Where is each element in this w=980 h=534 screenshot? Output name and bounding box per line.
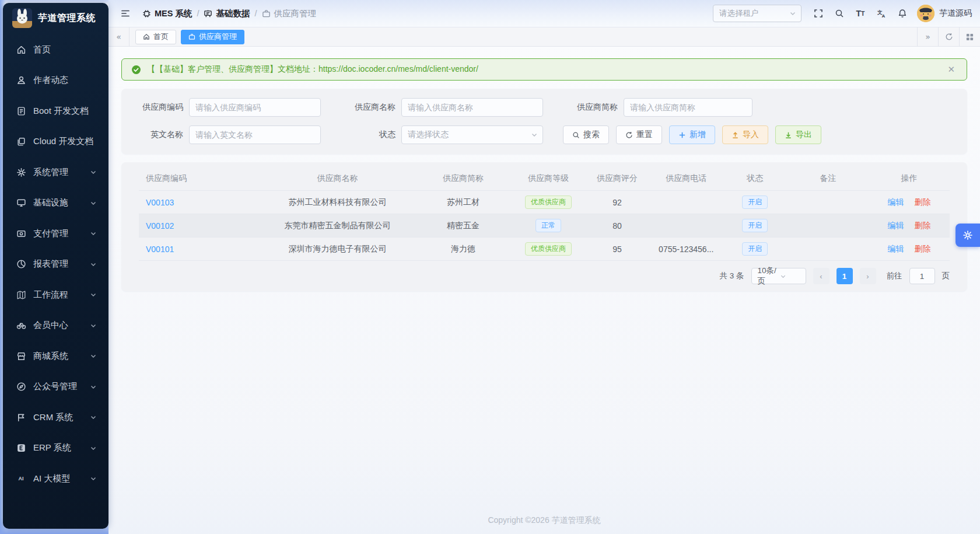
- tabs-scroll-left-icon[interactable]: «: [108, 27, 130, 46]
- copy-icon: [16, 137, 26, 147]
- fullscreen-icon[interactable]: [810, 5, 827, 22]
- sidebar-item-official-account[interactable]: 公众号管理: [9, 375, 103, 399]
- sidebar-item-payment[interactable]: 支付管理: [9, 222, 103, 245]
- column-header: 供应商电话: [650, 173, 723, 184]
- tabs-scroll-right-icon[interactable]: »: [917, 27, 938, 46]
- chevron-down-icon: [90, 230, 97, 237]
- page-unit-label: 页: [942, 271, 950, 281]
- page-size-select[interactable]: 10条/页: [751, 268, 806, 284]
- next-page-button[interactable]: ›: [860, 268, 876, 284]
- status-badge: 开启: [742, 196, 768, 210]
- export-button[interactable]: 导出: [775, 125, 821, 144]
- breadcrumb-item-base-data[interactable]: 基础数据: [204, 8, 250, 19]
- tab-bar: « 首页 供应商管理 »: [108, 27, 980, 47]
- sidebar-item-ai[interactable]: AI AI 大模型: [9, 467, 103, 490]
- sidebar-item-cloud-docs[interactable]: Cloud 开发文档: [9, 130, 103, 153]
- column-header: 操作: [869, 173, 950, 184]
- map-icon: [16, 289, 26, 300]
- sidebar-item-mall[interactable]: 商城系统: [9, 344, 103, 368]
- tenant-select[interactable]: 请选择租户: [713, 5, 802, 22]
- copyright-footer: Copyright ©2026 芋道管理系统: [108, 515, 980, 526]
- chevron-down-icon: [90, 475, 97, 482]
- collapse-menu-icon[interactable]: [117, 5, 134, 22]
- page-size-value: 10条/页: [758, 266, 780, 287]
- prev-page-button[interactable]: ‹: [813, 268, 830, 284]
- top-header: MES 系统 / 基础数据 / 供应商管理 请选择租户 TT 文A: [108, 0, 980, 27]
- vendor-code-link[interactable]: V00102: [146, 221, 174, 231]
- sidebar-item-label: 报表管理: [33, 259, 90, 270]
- chevron-down-icon: [531, 131, 538, 138]
- sidebar-item-label: AI 大模型: [33, 473, 90, 484]
- score-cell: 95: [584, 245, 649, 254]
- refresh-icon[interactable]: [938, 27, 959, 46]
- vendor-code-link[interactable]: V00101: [146, 245, 174, 254]
- search-icon[interactable]: [831, 5, 848, 22]
- grid-layout-icon[interactable]: [959, 27, 980, 46]
- delete-link[interactable]: 删除: [914, 244, 930, 253]
- tab-home[interactable]: 首页: [135, 30, 176, 44]
- font-size-icon[interactable]: TT: [852, 5, 869, 22]
- sidebar-item-crm[interactable]: CRM 系统: [9, 406, 103, 429]
- button-label: 重置: [636, 130, 653, 140]
- tab-vendor-management[interactable]: 供应商管理: [181, 30, 244, 44]
- chevron-down-icon: [90, 414, 97, 421]
- bell-icon[interactable]: [894, 5, 911, 22]
- flag-icon: [16, 412, 26, 423]
- success-check-icon: [131, 65, 141, 75]
- table-header-row: 供应商编码 供应商名称 供应商简称 供应商等级 供应商评分 供应商电话 状态 备…: [139, 167, 950, 190]
- doc-alert: 【【基础】客户管理、供应商管理】文档地址：https://doc.iocoder…: [121, 58, 967, 81]
- delete-link[interactable]: 删除: [914, 197, 930, 207]
- edit-link[interactable]: 编辑: [888, 221, 904, 230]
- user-icon: [16, 75, 26, 86]
- vendor-code-link[interactable]: V00103: [146, 198, 174, 207]
- chevron-down-icon: [90, 322, 97, 329]
- logo-row[interactable]: 芋道管理系统: [3, 3, 108, 33]
- field-vendor-short-name: 供应商简称: [570, 98, 752, 117]
- gear-icon: [963, 230, 973, 240]
- sidebar-item-system[interactable]: 系统管理: [9, 160, 103, 184]
- translate-icon[interactable]: 文A: [873, 5, 890, 22]
- table-row: V00101 深圳市海力德电子有限公司 海力德 优质供应商 95 0755-12…: [139, 237, 950, 260]
- delete-link[interactable]: 删除: [914, 221, 930, 230]
- field-label: 英文名称: [135, 130, 183, 140]
- sidebar-item-infra[interactable]: 基础设施: [9, 191, 103, 215]
- username: 芋道源码: [939, 8, 972, 19]
- sidebar-item-member[interactable]: 会员中心: [9, 314, 103, 337]
- edit-link[interactable]: 编辑: [888, 244, 904, 253]
- sidebar-item-label: CRM 系统: [33, 412, 90, 423]
- goto-page-input[interactable]: [909, 268, 935, 284]
- sidebar-item-boot-docs[interactable]: Boot 开发文档: [9, 99, 103, 123]
- sidebar-item-home[interactable]: 首页: [9, 38, 103, 61]
- grade-badge: 正常: [536, 219, 561, 233]
- add-button[interactable]: 新增: [669, 125, 715, 144]
- vendor-code-input[interactable]: [189, 98, 321, 117]
- field-vendor-name: 供应商名称: [348, 98, 543, 117]
- document-icon: [16, 106, 26, 116]
- phone-cell: 0755-123456...: [650, 245, 723, 254]
- vendor-name-cell: 东莞市精密五金制品有限公司: [261, 221, 415, 231]
- vendor-name-input[interactable]: [401, 98, 543, 117]
- edit-link[interactable]: 编辑: [888, 197, 904, 207]
- reset-button[interactable]: 重置: [616, 125, 662, 144]
- user-menu[interactable]: 芋道源码: [917, 5, 972, 22]
- search-button[interactable]: 搜索: [563, 125, 609, 144]
- close-icon[interactable]: ✕: [945, 63, 957, 76]
- button-label: 导出: [796, 130, 812, 140]
- field-label: 供应商简称: [570, 102, 618, 113]
- english-name-input[interactable]: [189, 125, 321, 144]
- vendor-short-name-input[interactable]: [624, 98, 752, 117]
- theme-settings-button[interactable]: [956, 224, 980, 247]
- sidebar-item-author[interactable]: 作者动态: [9, 69, 103, 92]
- sidebar-item-report[interactable]: 报表管理: [9, 253, 103, 276]
- sidebar-item-label: Cloud 开发文档: [33, 136, 97, 147]
- erp-icon: [16, 443, 26, 453]
- sidebar-item-erp[interactable]: ERP 系统: [9, 437, 103, 460]
- import-button[interactable]: 导入: [722, 125, 768, 144]
- sidebar-item-label: 支付管理: [33, 228, 90, 239]
- sidebar-item-workflow[interactable]: 工作流程: [9, 283, 103, 306]
- breadcrumb-item-mes[interactable]: MES 系统: [142, 8, 192, 19]
- status-select[interactable]: 请选择状态: [401, 125, 543, 144]
- page-number-button[interactable]: 1: [836, 268, 853, 284]
- doc-link[interactable]: https://doc.iocoder.cn/mes/md/client-ven…: [318, 64, 478, 74]
- column-header: 供应商名称: [261, 173, 415, 184]
